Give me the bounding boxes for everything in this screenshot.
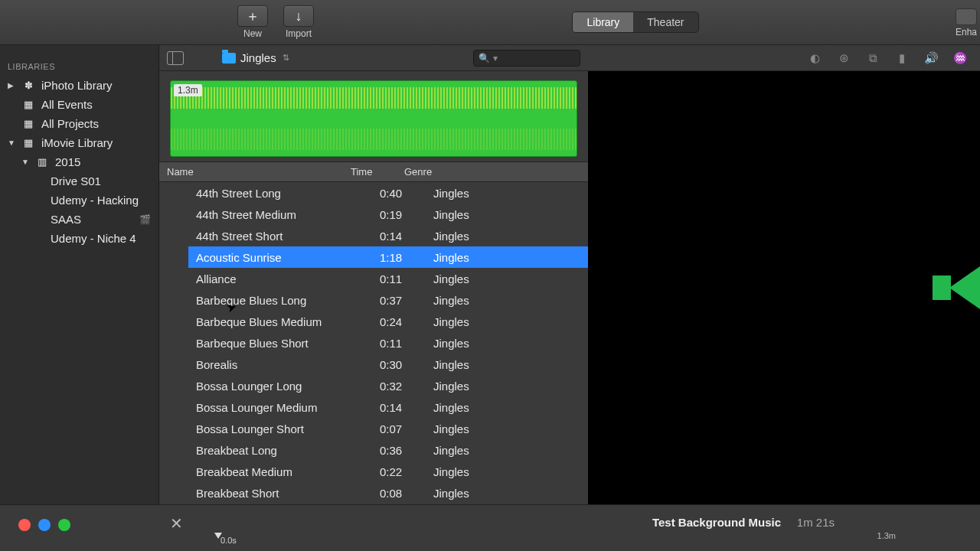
sidebar-item-iphoto[interactable]: ▶ ✽ iPhoto Library [0, 76, 158, 95]
track-time: 0:14 [372, 398, 426, 417]
table-row[interactable]: Breakbeat Short0:08Jingles [188, 482, 588, 504]
track-genre: Jingles [426, 377, 588, 396]
crop-icon[interactable]: ⧉ [865, 51, 880, 65]
sidebar-item-all-projects[interactable]: ▦ All Projects [0, 114, 158, 133]
track-time: 0:32 [372, 377, 426, 396]
column-genre[interactable]: Genre [397, 162, 588, 181]
sidebar-item-label: Drive S01 [51, 174, 101, 187]
sidebar-item-year[interactable]: ▼ ▥ 2015 [0, 152, 158, 171]
table-row[interactable]: Barbeque Blues Medium0:24Jingles [188, 311, 588, 332]
table-row[interactable]: Breakbeat Medium0:22Jingles [188, 461, 588, 482]
minimize-window-button[interactable] [38, 519, 51, 531]
color-balance-icon[interactable]: ◐ [807, 51, 822, 65]
track-name: Breakbeat Long [188, 441, 372, 460]
enhance-icon [956, 8, 977, 25]
track-list: 44th Street Long0:40Jingles44th Street M… [188, 182, 588, 504]
plus-icon: ＋ [237, 5, 268, 27]
table-row[interactable]: 44th Street Long0:40Jingles [188, 182, 588, 204]
new-label: New [243, 28, 262, 39]
window-controls [18, 519, 70, 531]
track-name: Borealis [188, 355, 372, 374]
top-toolbar: ＋ New ↓ Import Library Theater Enha [0, 0, 980, 45]
sidebar-item-label: iMovie Library [41, 136, 113, 149]
enhance-button[interactable]: Enha [952, 0, 980, 45]
waveform-preview[interactable]: 1.3m [170, 80, 577, 157]
sidebar-item-imovie[interactable]: ▼ ▦ iMovie Library [0, 133, 158, 152]
new-button[interactable]: ＋ New [230, 2, 276, 42]
toggle-sidebar-button[interactable] [167, 51, 184, 65]
track-time: 0:14 [372, 227, 426, 246]
table-row[interactable]: Barbeque Blues Short0:11Jingles [188, 332, 588, 354]
sidebar-item-all-events[interactable]: ▦ All Events [0, 95, 158, 114]
sidebar-item-project[interactable]: Udemy - Hacking [0, 191, 158, 210]
table-row[interactable]: Barbeque Blues Long0:37Jingles [188, 289, 588, 311]
zoom-window-button[interactable] [58, 519, 70, 531]
track-name: Breakbeat Short [188, 484, 372, 503]
track-time: 0:40 [372, 184, 426, 203]
download-icon: ↓ [283, 5, 314, 27]
camera-icon[interactable]: ▮ [894, 51, 910, 65]
sidebar-header: LIBRARIES [0, 59, 158, 76]
table-row[interactable]: Bossa Lounger Medium0:14Jingles [188, 396, 588, 418]
sidebar-item-project[interactable]: Udemy - Niche 4 [0, 229, 158, 248]
table-row[interactable]: Borealis0:30Jingles [188, 354, 588, 375]
timeline-scale-label: 1.3m [877, 531, 896, 540]
track-name: Alliance [188, 269, 372, 289]
track-genre: Jingles [426, 291, 588, 310]
close-timeline-button[interactable]: ✕ [170, 514, 183, 533]
timeline-bar: ✕ Test Background Music 1m 21s 1.3m 0.0s [0, 504, 980, 551]
track-genre: Jingles [426, 227, 588, 246]
import-button[interactable]: ↓ Import [276, 2, 322, 42]
library-sidebar: LIBRARIES ▶ ✽ iPhoto Library ▦ All Event… [0, 45, 159, 504]
sort-icon: ⇅ [283, 53, 289, 63]
track-time: 0:07 [372, 419, 426, 439]
table-row[interactable]: Alliance0:11Jingles [188, 268, 588, 289]
dropdown-icon: ▾ [493, 53, 498, 64]
track-genre: Jingles [426, 269, 588, 289]
tab-library[interactable]: Library [573, 12, 633, 32]
project-title: Test Background Music [652, 516, 781, 529]
clapperboard-icon: 🎬 [139, 214, 151, 225]
color-correction-icon[interactable]: ⊛ [836, 51, 851, 65]
track-time: 1:18 [372, 248, 426, 267]
table-row[interactable]: 44th Street Short0:14Jingles [188, 225, 588, 246]
preview-panel: ◐ ⊛ ⧉ ▮ 🔊 ♒ [588, 45, 980, 504]
breadcrumb-label: Jingles [240, 51, 276, 64]
sidebar-item-label: 2015 [55, 155, 80, 168]
track-genre: Jingles [426, 441, 588, 460]
search-input[interactable]: 🔍▾ [473, 50, 580, 67]
sidebar-item-project[interactable]: SAAS🎬 [0, 210, 158, 229]
timeline-zero-label: 0.0s [220, 536, 237, 545]
track-time: 0:22 [372, 462, 426, 481]
import-label: Import [286, 28, 312, 39]
folder-icon: ▥ [35, 156, 49, 168]
star-icon: ✽ [21, 80, 35, 92]
chevron-right-icon: ▶ [8, 81, 15, 90]
media-browser: Jingles ⇅ 🔍▾ 1.3m Name Time Genre 44th S… [159, 45, 588, 504]
track-genre: Jingles [426, 355, 588, 374]
equalizer-icon[interactable]: ♒ [952, 51, 968, 65]
track-time: 0:08 [372, 484, 426, 503]
track-name: 44th Street Long [188, 184, 372, 203]
sidebar-item-project[interactable]: Drive S01 [0, 171, 158, 191]
track-genre: Jingles [426, 398, 588, 417]
sidebar-item-label: All Events [41, 98, 93, 111]
track-name: 44th Street Short [188, 227, 372, 246]
table-row[interactable]: Acoustic Sunrise1:18Jingles [188, 246, 588, 268]
track-name: Barbeque Blues Medium [188, 312, 372, 331]
column-name[interactable]: Name [159, 162, 343, 181]
folder-dropdown[interactable]: Jingles ⇅ [222, 51, 289, 64]
close-window-button[interactable] [18, 519, 31, 531]
column-time[interactable]: Time [343, 162, 397, 181]
tab-theater[interactable]: Theater [633, 12, 697, 32]
table-row[interactable]: Bossa Lounger Short0:07Jingles [188, 418, 588, 439]
table-row[interactable]: 44th Street Medium0:19Jingles [188, 204, 588, 225]
volume-icon[interactable]: 🔊 [923, 51, 939, 65]
video-viewer[interactable] [588, 71, 980, 504]
track-genre: Jingles [426, 184, 588, 203]
track-genre: Jingles [426, 205, 588, 224]
table-row[interactable]: Breakbeat Long0:36Jingles [188, 439, 588, 461]
chevron-down-icon: ▼ [8, 139, 15, 147]
table-row[interactable]: Bossa Lounger Long0:32Jingles [188, 375, 588, 396]
track-genre: Jingles [426, 248, 588, 267]
